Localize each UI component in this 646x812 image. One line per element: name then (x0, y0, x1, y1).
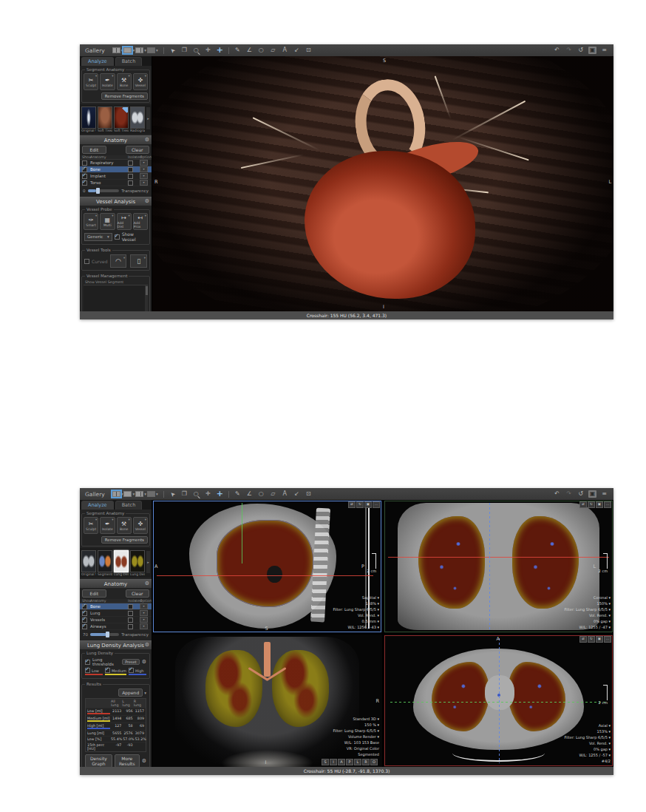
dropdown-caret-icon[interactable]: ▾ (128, 518, 129, 521)
layout-two-pane-button[interactable] (135, 491, 143, 497)
overlay-info-line[interactable]: W/L: 1255 / -47 ▾ (564, 624, 611, 630)
gear-icon[interactable]: ⚙ (145, 197, 149, 206)
dropdown-caret-icon[interactable]: ▾ (95, 518, 97, 521)
isolated-checkbox[interactable] (128, 180, 133, 186)
orientation-button[interactable]: A (338, 759, 345, 765)
options-button[interactable]: ▾ (140, 610, 148, 616)
layout-caret-icon[interactable]: ▾ (144, 492, 146, 496)
dropdown-caret-icon[interactable]: ▾ (123, 256, 125, 260)
add-proximal-button[interactable]: ↤ Add Prox ▾ (133, 213, 148, 230)
redo-button[interactable]: ↷ (565, 489, 573, 499)
straight-cpr-button[interactable]: ▯ ▾ (130, 254, 147, 268)
curved-cpr-button[interactable]: ◠ ▾ (110, 254, 127, 268)
layout-single-button[interactable] (123, 491, 132, 497)
gear-icon[interactable]: ⚙ (142, 758, 146, 764)
show-checkbox[interactable] (82, 167, 87, 172)
sculpt-tool-button[interactable]: ✂ Sculpt ▾ (84, 73, 98, 90)
length-tool[interactable]: ✎ (234, 45, 242, 55)
dropdown-caret-icon[interactable]: ▾ (112, 74, 113, 78)
snapshot-view-icon[interactable]: ▣ (596, 501, 603, 508)
show-checkbox[interactable] (82, 174, 87, 179)
anatomy-panel-header[interactable]: Anatomy ⚙ (80, 579, 152, 588)
undo-button[interactable]: ↶ (553, 45, 561, 55)
scrollbar[interactable] (145, 285, 148, 311)
window-level-tool[interactable]: ❐ (180, 489, 188, 499)
thumbnail-segment[interactable]: Segment (98, 550, 112, 576)
rotate-view-icon[interactable]: ↻ (588, 636, 595, 643)
overlay-info-line[interactable]: 150 % ▾ (333, 722, 379, 728)
snapshot-view-icon[interactable]: ▣ (364, 501, 372, 508)
isolate-tool-button[interactable]: ✒ Isolate ▾ (100, 73, 115, 90)
arrow-tool[interactable]: ↙ (293, 45, 301, 55)
overlay-info-line[interactable]: 150% ▾ (564, 600, 611, 606)
anatomy-row-torso[interactable]: Torso ▾ (80, 180, 152, 186)
isolated-checkbox[interactable] (128, 174, 133, 179)
preset-button[interactable]: Preset (122, 659, 140, 665)
layout-caret-icon[interactable]: ▾ (144, 48, 146, 53)
overlay-info-line[interactable]: Segmented (333, 751, 379, 757)
window-level-tool[interactable]: ❐ (180, 45, 188, 55)
options-button[interactable]: ▾ (140, 180, 148, 186)
overlay-info-line[interactable]: W/L: 1256 / -43 ▾ (333, 624, 379, 630)
layout-alt-button[interactable] (147, 491, 155, 497)
crosshair-vertical[interactable] (242, 503, 242, 564)
options-button[interactable]: ▾ (140, 623, 148, 629)
menu-button[interactable]: ≡ (600, 45, 608, 55)
dropdown-caret-icon[interactable]: ▾ (95, 74, 97, 78)
anatomy-row-bone[interactable]: Bone ▾ (80, 166, 152, 173)
medium-checkbox[interactable] (105, 668, 110, 673)
crosshair-horizontal[interactable] (388, 557, 609, 558)
lung-density-panel-header[interactable]: Lung Density Analysis ⚙ (80, 640, 152, 649)
snapshot-button[interactable]: ▣ (588, 490, 596, 498)
edit-button[interactable]: Edit (82, 146, 106, 154)
options-button[interactable]: ▾ (140, 603, 148, 609)
orientation-button[interactable]: O (370, 759, 378, 765)
overlay-info-line[interactable]: Vol. Rend. ▾ (564, 740, 611, 746)
overlay-info-line[interactable]: 148% ▾ (333, 600, 379, 606)
results-row[interactable]: Medium [ml] 1494 685 809 (86, 715, 146, 723)
smart-probe-button[interactable]: ✑ Smart ▾ (84, 213, 98, 230)
overlay-info-line[interactable]: Filter: Lung Sharp 6/5/5 ▾ (333, 606, 379, 612)
layout-split-button[interactable] (112, 491, 120, 497)
viewport-axial[interactable]: ⇄↻▣… A 2 cm Axial ▾153% ▾Filter: Lung Sh… (384, 635, 613, 768)
overlay-info-line[interactable]: Filter: Lung Sharp 6/5/5 ▾ (333, 728, 379, 734)
viewport-sagittal[interactable]: ⇄↻▣… A P S 2 cm Sagittal ▾148% ▾Filter: … (152, 500, 382, 633)
text-tool[interactable]: A (281, 489, 289, 499)
multi-probe-button[interactable]: ▦ Multi ▾ (100, 213, 115, 230)
anatomy-row-implant[interactable]: Implant ▾ (80, 173, 152, 180)
viewport-coronal[interactable]: ⇄↻▣… L 2 cm Coronal ▾150% ▾Filter: Lung … (384, 500, 613, 633)
slider-knob[interactable] (106, 632, 109, 637)
density-graph-button[interactable]: Density Graph (85, 754, 112, 767)
ellipse-tool[interactable]: ○ (257, 489, 265, 499)
tab-batch[interactable]: Batch (115, 501, 143, 510)
thumbnail-original-view[interactable]: Original View (81, 106, 96, 132)
low-checkbox[interactable] (85, 668, 90, 673)
orientation-button[interactable]: R (362, 759, 370, 765)
dropdown-caret-icon[interactable]: ▾ (144, 691, 146, 695)
viewport-3d-heart[interactable]: S R L I (152, 56, 613, 311)
results-row[interactable]: Low [ml] 2113 956 1157 (86, 708, 146, 715)
overlay-info-line[interactable]: 0% gap ▾ (564, 746, 611, 752)
layout-caret-icon[interactable]: ▾ (121, 48, 123, 53)
bone-removal-button[interactable]: ⚒ Bone ▾ (117, 517, 132, 534)
overlay-info-line[interactable]: Standard 3D ▾ (333, 716, 379, 722)
vessel-extract-button[interactable]: ✜ Vessel ▾ (133, 517, 148, 534)
tab-batch[interactable]: Batch (115, 57, 143, 66)
snapshot-button[interactable]: ▣ (588, 47, 596, 54)
swap-view-icon[interactable]: ⇄ (579, 501, 587, 508)
gear-icon[interactable]: ⚙ (142, 658, 146, 666)
overlay-info-line[interactable]: Coronal ▾ (564, 595, 611, 600)
freehand-tool[interactable]: ▱ (269, 489, 277, 499)
overlay-info-line[interactable]: Sagittal ▾ (333, 595, 379, 600)
options-button[interactable]: ▾ (140, 166, 148, 172)
remove-fragments-button[interactable]: Remove Fragments (101, 536, 148, 544)
show-checkbox[interactable] (82, 604, 87, 609)
swap-view-icon[interactable]: ⇄ (348, 501, 356, 508)
anatomy-row-lung[interactable]: Lung ▾ (80, 610, 152, 617)
arrow-tool[interactable]: ↙ (293, 489, 301, 499)
crosshair-tool[interactable]: + (216, 489, 224, 499)
rotate-view-icon[interactable]: ↻ (588, 501, 595, 508)
append-button[interactable]: Append (118, 688, 143, 697)
results-row[interactable]: Lung [ml] 5655 2576 3079 (86, 730, 146, 736)
pan-tool[interactable]: ✛ (204, 45, 212, 55)
